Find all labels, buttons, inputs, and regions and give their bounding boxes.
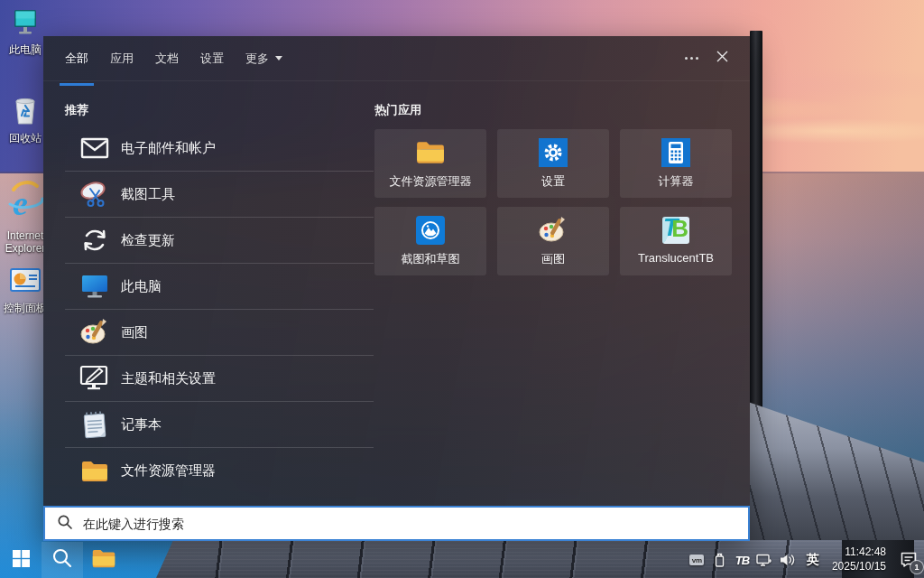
taskbar: vm TB (0, 542, 924, 578)
windows-desktop: 此电脑 回收站 e Internet Explorer (0, 0, 924, 578)
list-item-this-pc[interactable]: 此电脑 (65, 264, 374, 310)
this-pc-icon (79, 271, 110, 302)
tab-all[interactable]: 全部 (60, 46, 94, 71)
themes-icon (79, 363, 110, 394)
volume-icon[interactable] (776, 542, 799, 578)
calculator-icon (661, 137, 691, 168)
list-item-themes-settings[interactable]: 主题和相关设置 (65, 356, 374, 402)
settings-gear-icon (538, 137, 568, 168)
internet-explorer-icon: e (6, 177, 44, 228)
control-panel-icon (9, 267, 42, 300)
start-button[interactable] (0, 542, 42, 578)
search-icon (57, 514, 73, 534)
search-icon (51, 547, 73, 573)
app-card-file-explorer[interactable]: 文件资源管理器 (374, 129, 486, 198)
action-center-button[interactable]: 1 (893, 542, 924, 578)
recommended-section: 推荐 电子邮件和帐户 (65, 102, 374, 494)
list-item-file-explorer[interactable]: 文件资源管理器 (65, 448, 374, 494)
list-item-notepad[interactable]: 记事本 (65, 402, 374, 448)
tab-documents[interactable]: 文档 (150, 46, 184, 71)
search-tabs-bar: 全部 应用 文档 设置 更多 (43, 36, 750, 81)
recommended-title: 推荐 (65, 102, 374, 118)
mail-icon (79, 133, 110, 163)
recommended-list: 电子邮件和帐户 截图工具 (65, 126, 374, 494)
recycle-bin-icon (10, 94, 41, 130)
tab-settings[interactable]: 设置 (195, 46, 229, 71)
top-apps-section: 热门应用 文件资源管理器 (374, 102, 735, 275)
file-explorer-icon (415, 137, 446, 168)
app-card-settings[interactable]: 设置 (497, 129, 609, 198)
vmware-tray-icon[interactable]: vm (686, 542, 708, 578)
app-card-snip-sketch[interactable]: 截图和草图 (374, 207, 486, 275)
file-explorer-icon (79, 456, 110, 487)
refresh-icon (79, 225, 110, 256)
svg-text:e: e (13, 184, 28, 222)
search-input[interactable] (81, 516, 698, 532)
tab-apps[interactable]: 应用 (105, 46, 139, 71)
this-pc-icon (10, 7, 41, 42)
paint-icon (538, 215, 568, 246)
wallpaper-pier-pole (750, 31, 762, 432)
close-icon (716, 50, 729, 67)
snipping-tool-icon (79, 179, 110, 210)
app-card-translucenttb[interactable]: TB TranslucentTB (620, 207, 732, 275)
app-card-calculator[interactable]: 计算器 (620, 129, 732, 198)
taskbar-file-explorer-button[interactable] (83, 542, 125, 578)
list-item-paint[interactable]: 画图 (65, 310, 374, 356)
search-flyout-panel: 全部 应用 文档 设置 更多 推荐 (43, 36, 750, 541)
taskbar-clock[interactable]: 11:42:48 2025/10/15 (832, 545, 886, 573)
network-display-icon[interactable] (753, 542, 776, 578)
app-card-paint[interactable]: 画图 (497, 207, 609, 275)
top-apps-title: 热门应用 (374, 102, 735, 118)
notification-badge: 1 (910, 561, 923, 573)
options-ellipsis-button[interactable] (676, 44, 707, 73)
chevron-down-icon (275, 56, 282, 61)
usb-device-icon[interactable] (708, 542, 731, 578)
list-item-check-updates[interactable]: 检查更新 (65, 218, 374, 264)
file-explorer-icon (91, 548, 116, 573)
notepad-icon (79, 409, 110, 440)
taskbar-search-button[interactable] (42, 542, 83, 578)
translucenttb-tray-icon[interactable]: TB (731, 542, 753, 578)
search-box (43, 506, 750, 541)
clock-date: 2025/10/15 (832, 560, 886, 574)
clock-time: 11:42:48 (832, 545, 886, 560)
system-tray: vm TB (686, 542, 924, 578)
translucenttb-icon: TB (661, 215, 691, 246)
ime-language-indicator[interactable]: 英 (799, 542, 827, 578)
list-item-snipping-tool[interactable]: 截图工具 (65, 172, 374, 218)
windows-logo-icon (13, 550, 30, 571)
close-button[interactable] (707, 44, 737, 73)
ellipsis-icon (685, 57, 698, 60)
tab-more[interactable]: 更多 (240, 46, 288, 71)
paint-icon (79, 317, 110, 348)
top-apps-grid: 文件资源管理器 设置 (374, 129, 735, 275)
snip-sketch-icon (415, 215, 446, 246)
list-item-mail-accounts[interactable]: 电子邮件和帐户 (65, 126, 374, 172)
